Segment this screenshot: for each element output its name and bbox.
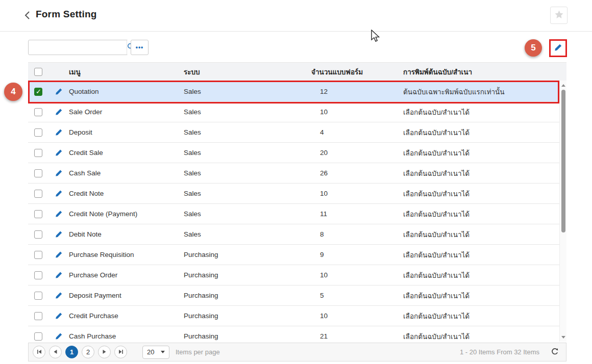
vertical-scrollbar[interactable] bbox=[559, 81, 566, 342]
row-edit-pencil-icon[interactable] bbox=[55, 128, 63, 136]
row-checkbox-cell bbox=[28, 210, 48, 218]
row-edit-cell bbox=[48, 230, 69, 238]
row-menu: Deposit Payment bbox=[69, 292, 184, 299]
page-1-button[interactable]: 1 bbox=[65, 346, 78, 358]
page-size-select[interactable]: 20 bbox=[142, 346, 169, 359]
row-print-mode: เลือกต้นฉบับ/สำเนาได้ bbox=[403, 209, 559, 220]
table-row[interactable]: Purchase Order Purchasing 10 เลือกต้นฉบั… bbox=[28, 265, 559, 285]
search-box bbox=[28, 40, 128, 55]
row-edit-pencil-icon[interactable] bbox=[55, 271, 63, 279]
select-all-checkbox[interactable] bbox=[34, 68, 42, 76]
row-checkbox[interactable] bbox=[34, 251, 42, 259]
row-edit-cell bbox=[48, 108, 69, 116]
row-checkbox-cell bbox=[28, 332, 48, 341]
row-edit-cell bbox=[48, 251, 69, 258]
forms-table: เมนู ระบบ จำนวนแบบฟอร์ม การพิมพ์ต้นฉบับ/… bbox=[28, 62, 566, 343]
last-page-button[interactable] bbox=[114, 346, 127, 358]
row-checkbox[interactable] bbox=[34, 292, 42, 300]
row-form-count: 10 bbox=[311, 271, 403, 279]
row-system: Purchasing bbox=[184, 292, 311, 299]
row-checkbox[interactable] bbox=[34, 149, 42, 157]
row-edit-pencil-icon[interactable] bbox=[55, 169, 63, 177]
row-edit-cell bbox=[48, 210, 69, 218]
ellipsis-icon: ••• bbox=[136, 44, 144, 51]
scrollbar-thumb[interactable] bbox=[561, 90, 565, 232]
row-form-count: 20 bbox=[311, 149, 403, 157]
row-checkbox-cell bbox=[28, 230, 48, 239]
row-edit-pencil-icon[interactable] bbox=[55, 292, 63, 299]
scroll-up-button[interactable] bbox=[560, 82, 567, 89]
table-row[interactable]: Cash Sale Sales 26 เลือกต้นฉบับ/สำเนาได้ bbox=[28, 163, 559, 184]
more-options-button[interactable]: ••• bbox=[131, 40, 149, 55]
table-row[interactable]: Debit Note Sales 8 เลือกต้นฉบับ/สำเนาได้ bbox=[28, 224, 559, 245]
table-row[interactable]: Credit Note (Payment) Sales 11 เลือกต้นฉ… bbox=[28, 204, 559, 224]
row-checkbox[interactable] bbox=[34, 210, 42, 218]
row-checkbox[interactable] bbox=[34, 88, 42, 96]
row-edit-pencil-icon[interactable] bbox=[55, 230, 63, 238]
row-edit-pencil-icon[interactable] bbox=[55, 312, 63, 320]
edit-forms-button[interactable] bbox=[549, 39, 567, 57]
row-edit-pencil-icon[interactable] bbox=[55, 88, 63, 95]
row-system: Sales bbox=[184, 88, 311, 95]
next-page-button[interactable] bbox=[98, 346, 111, 358]
row-checkbox-cell bbox=[28, 169, 48, 177]
table-row[interactable]: Purchase Requisition Purchasing 9 เลือกต… bbox=[28, 245, 559, 265]
row-edit-pencil-icon[interactable] bbox=[55, 332, 63, 340]
row-checkbox[interactable] bbox=[34, 128, 42, 137]
scroll-down-button[interactable] bbox=[560, 333, 567, 341]
table-footer: 1 2 20 Items per page 1 - 20 Items From … bbox=[28, 343, 566, 361]
search-input[interactable] bbox=[29, 40, 127, 55]
table-row[interactable]: Credit Purchase Purchasing 10 เลือกต้นฉบ… bbox=[28, 306, 559, 326]
back-button[interactable] bbox=[24, 10, 35, 22]
next-page-icon bbox=[102, 348, 107, 356]
triangle-down-icon bbox=[561, 336, 565, 339]
table-row[interactable]: Credit Note Sales 10 เลือกต้นฉบับ/สำเนาไ… bbox=[28, 184, 559, 204]
row-checkbox[interactable] bbox=[34, 312, 42, 320]
row-edit-pencil-icon[interactable] bbox=[55, 251, 63, 258]
row-edit-cell bbox=[48, 312, 69, 320]
page-2-button[interactable]: 2 bbox=[82, 346, 94, 358]
row-checkbox[interactable] bbox=[34, 230, 42, 239]
table-row[interactable]: Deposit Payment Purchasing 5 เลือกต้นฉบั… bbox=[28, 285, 559, 306]
row-edit-cell bbox=[48, 149, 69, 157]
column-header-system: ระบบ bbox=[184, 66, 311, 77]
row-edit-cell bbox=[48, 190, 69, 197]
prev-page-button[interactable] bbox=[49, 346, 62, 358]
row-form-count: 9 bbox=[311, 251, 403, 258]
row-checkbox-cell bbox=[28, 128, 48, 137]
row-edit-pencil-icon[interactable] bbox=[55, 108, 63, 116]
row-edit-pencil-icon[interactable] bbox=[55, 149, 63, 157]
row-system: Sales bbox=[184, 190, 311, 197]
row-system: Sales bbox=[184, 108, 311, 116]
row-edit-cell bbox=[48, 292, 69, 299]
pagination: 1 2 bbox=[33, 346, 127, 358]
chevron-down-icon bbox=[161, 351, 165, 353]
row-edit-pencil-icon[interactable] bbox=[55, 210, 63, 218]
page-title: Form Setting bbox=[36, 9, 97, 20]
table-row[interactable]: Deposit Sales 4 เลือกต้นฉบับ/สำเนาได้ bbox=[28, 122, 559, 143]
row-checkbox[interactable] bbox=[34, 271, 42, 279]
select-all-cell bbox=[28, 68, 48, 76]
row-checkbox-cell bbox=[28, 88, 48, 96]
favorite-button[interactable] bbox=[550, 7, 568, 24]
row-print-mode: เลือกต้นฉบับ/สำเนาได้ bbox=[403, 147, 559, 159]
table-row[interactable]: Quotation Sales 12 ต้นฉบับเฉพาะพิมพ์ฉบับ… bbox=[28, 82, 559, 102]
refresh-button[interactable] bbox=[551, 348, 560, 357]
mouse-cursor bbox=[371, 30, 381, 45]
star-icon bbox=[554, 10, 564, 21]
row-form-count: 8 bbox=[311, 230, 403, 238]
row-checkbox[interactable] bbox=[34, 190, 42, 198]
row-checkbox[interactable] bbox=[34, 332, 42, 341]
row-checkbox[interactable] bbox=[34, 108, 42, 116]
row-checkbox[interactable] bbox=[34, 169, 42, 177]
row-print-mode: เลือกต้นฉบับ/สำเนาได้ bbox=[403, 290, 559, 301]
row-print-mode: เลือกต้นฉบับ/สำเนาได้ bbox=[403, 107, 559, 118]
row-edit-pencil-icon[interactable] bbox=[55, 190, 63, 197]
table-row[interactable]: Credit Sale Sales 20 เลือกต้นฉบับ/สำเนาไ… bbox=[28, 143, 559, 163]
table-row[interactable]: Sale Order Sales 10 เลือกต้นฉบับ/สำเนาได… bbox=[28, 102, 559, 122]
row-edit-cell bbox=[48, 332, 69, 340]
table-row[interactable]: Cash Purchase Purchasing 21 เลือกต้นฉบับ… bbox=[28, 326, 559, 343]
first-page-button[interactable] bbox=[33, 346, 45, 358]
row-menu: Cash Purchase bbox=[69, 332, 184, 340]
row-edit-cell bbox=[48, 271, 69, 279]
